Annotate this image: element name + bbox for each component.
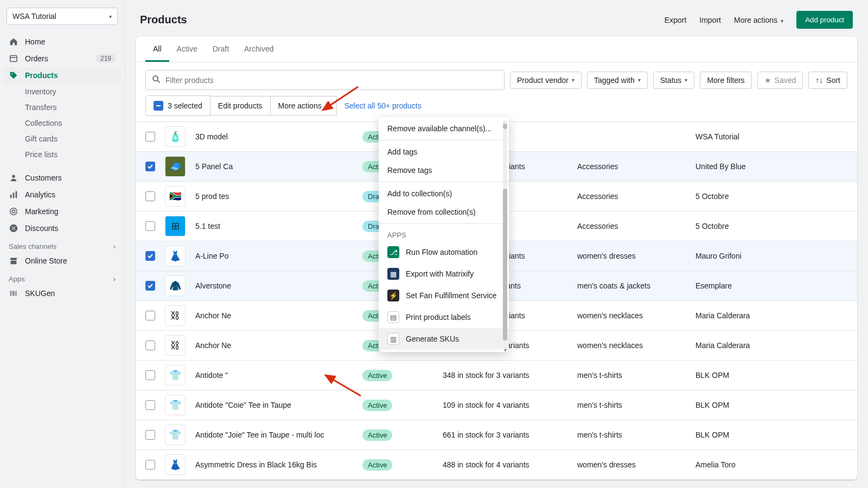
import-button[interactable]: Import	[699, 16, 721, 24]
tab-active[interactable]: Active	[169, 36, 205, 62]
tabs: All Active Draft Archived	[136, 36, 857, 62]
row-checkbox[interactable]	[145, 281, 155, 291]
dd-run-flow[interactable]: ⎇Run Flow automation	[379, 241, 509, 263]
product-title[interactable]: Asymmetric Dress in Black 16kg Bis	[195, 460, 353, 469]
dd-generate-skus[interactable]: ▥Generate SKUs	[379, 328, 509, 350]
nav-discounts[interactable]: Discounts	[3, 220, 121, 236]
export-button[interactable]: Export	[665, 16, 686, 24]
product-thumbnail: 🇿🇦	[165, 186, 186, 207]
search-field[interactable]	[145, 70, 505, 90]
row-checkbox[interactable]	[145, 311, 155, 320]
nav-collections[interactable]: Collections	[3, 115, 121, 131]
filter-status[interactable]: Status▾	[653, 72, 695, 89]
add-product-button[interactable]: Add product	[796, 11, 853, 29]
nav-giftcards[interactable]: Gift cards	[3, 131, 121, 146]
dd-remove-tags[interactable]: Remove tags	[379, 161, 509, 179]
sort-button[interactable]: ↑↓Sort	[808, 72, 847, 89]
nav-transfers[interactable]: Transfers	[3, 100, 121, 115]
product-inventory: 109 in stock for 4 variants	[443, 401, 567, 409]
row-checkbox[interactable]	[145, 251, 155, 261]
product-title[interactable]: Anchor Ne	[195, 341, 353, 350]
table-row[interactable]: 👕Antidote "Joie" Tee in Taupe - multi lo…	[136, 420, 857, 450]
nav-orders[interactable]: Orders219	[3, 50, 121, 67]
svg-rect-12	[11, 291, 12, 296]
nav-inventory[interactable]: Inventory	[3, 84, 121, 99]
dd-add-tags[interactable]: Add tags	[379, 143, 509, 161]
bulk-edit-products[interactable]: Edit products	[210, 96, 271, 115]
nav-pricelists[interactable]: Price lists	[3, 147, 121, 162]
product-title[interactable]: 5 prod tes	[195, 192, 353, 201]
tab-draft[interactable]: Draft	[205, 36, 237, 62]
bulk-selected-count[interactable]: 3 selected	[145, 95, 210, 116]
dd-remove-collection[interactable]: Remove from collection(s)	[379, 203, 509, 221]
dd-add-collection[interactable]: Add to collection(s)	[379, 184, 509, 203]
dd-print-labels[interactable]: ▤Print product labels	[379, 306, 509, 328]
dd-matrixify[interactable]: ▦Export with Matrixify	[379, 263, 509, 285]
filter-vendor[interactable]: Product vendor▾	[510, 72, 582, 89]
header-more-actions[interactable]: More actions	[734, 16, 783, 24]
product-title[interactable]: 5.1 test	[195, 222, 353, 230]
table-row[interactable]: 👕Antidote "Coie" Tee in TaupeActive109 i…	[136, 390, 857, 420]
search-input[interactable]	[165, 76, 499, 85]
row-checkbox[interactable]	[145, 132, 155, 142]
product-type: Accessories	[577, 222, 686, 230]
nav-products[interactable]: Products	[3, 67, 121, 84]
nav-online-store[interactable]: Online Store	[3, 253, 121, 269]
discounts-icon	[9, 223, 18, 233]
orders-icon	[9, 54, 18, 63]
product-title[interactable]: Antidote "Joie" Tee in Taupe - multi loc	[195, 431, 353, 439]
table-row[interactable]: 👕Antidote "Active348 in stock for 3 vari…	[136, 361, 857, 390]
product-title[interactable]: Antidote "Coie" Tee in Taupe	[195, 401, 353, 409]
tab-archived[interactable]: Archived	[237, 36, 281, 62]
svg-point-10	[14, 229, 15, 230]
svg-rect-17	[156, 105, 161, 106]
row-checkbox[interactable]	[145, 162, 155, 171]
dd-fan[interactable]: ⚡Set Fan Fulfillment Service	[379, 285, 509, 306]
checkbox-indeterminate-icon[interactable]	[154, 101, 163, 111]
filter-tagged[interactable]: Tagged with▾	[587, 72, 648, 89]
tab-all[interactable]: All	[145, 36, 169, 62]
skugen-app-icon: ▥	[387, 333, 399, 345]
row-checkbox[interactable]	[145, 460, 155, 470]
product-title[interactable]: Anchor Ne	[195, 311, 353, 320]
product-title[interactable]: 5 Panel Ca	[195, 162, 353, 171]
table-row[interactable]: 👗Asymmetric Dress in Black 16kg BisActiv…	[136, 450, 857, 480]
product-title[interactable]: A-Line Po	[195, 252, 353, 260]
sales-channels-header[interactable]: Sales channels›	[0, 237, 124, 253]
filter-saved[interactable]: ★Saved	[757, 72, 803, 89]
product-vendor: Maria Calderara	[695, 341, 847, 350]
nav-customers[interactable]: Customers	[3, 170, 121, 186]
row-checkbox[interactable]	[145, 221, 155, 231]
filter-more[interactable]: More filters	[700, 72, 751, 89]
bulk-more-actions[interactable]: More actions▾	[271, 96, 337, 115]
nav-marketing[interactable]: Marketing	[3, 203, 121, 220]
page-title: Products	[140, 14, 187, 26]
nav-analytics[interactable]: Analytics	[3, 187, 121, 203]
nav-home[interactable]: Home	[3, 34, 121, 50]
row-checkbox[interactable]	[145, 191, 155, 201]
store-selector[interactable]: WSA Tutorial ▾	[7, 8, 118, 25]
select-all-link[interactable]: Select all 50+ products	[344, 101, 422, 110]
caret-down-icon: ▾	[572, 77, 575, 83]
svg-rect-5	[16, 191, 17, 198]
product-thumbnail: 👕	[165, 365, 186, 386]
product-type: men's t-shirts	[577, 431, 686, 439]
product-title[interactable]: Alverstone	[195, 281, 353, 290]
product-vendor: 5 Octobre	[695, 192, 847, 201]
product-thumbnail: 👗	[165, 246, 186, 266]
row-checkbox[interactable]	[145, 430, 155, 440]
apps-header[interactable]: Apps›	[0, 269, 124, 285]
row-checkbox[interactable]	[145, 341, 155, 350]
dropdown-scrollbar[interactable]	[503, 120, 507, 349]
product-thumbnail: 👕	[165, 425, 186, 445]
product-vendor: 5 Octobre	[695, 222, 847, 230]
product-type: women's necklaces	[577, 341, 686, 350]
sort-icon: ↑↓	[815, 76, 823, 85]
product-title[interactable]: 3D model	[195, 132, 353, 141]
product-title[interactable]: Antidote "	[195, 371, 353, 380]
dd-remove-channels[interactable]: Remove available channel(s)...	[379, 119, 509, 138]
print-labels-app-icon: ▤	[387, 311, 399, 323]
row-checkbox[interactable]	[145, 400, 155, 410]
nav-skugen[interactable]: SKUGen	[3, 285, 121, 301]
row-checkbox[interactable]	[145, 370, 155, 380]
